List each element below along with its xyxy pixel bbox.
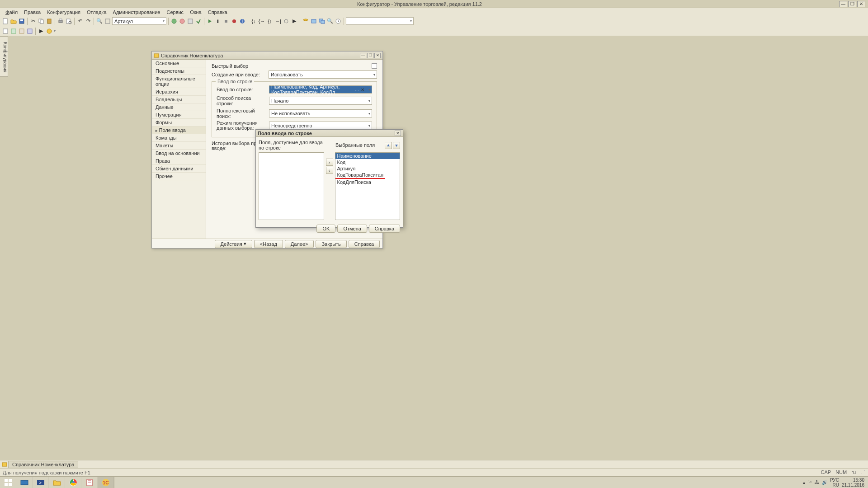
nav-subsystems[interactable]: Подсистемы [152,67,206,75]
redo-icon[interactable]: ↷ [85,18,92,25]
close-button[interactable]: ✕ [857,1,865,7]
list-item[interactable]: Артикул [335,165,400,172]
breakpoint-icon[interactable] [231,18,238,25]
close-dialog-button[interactable]: Закрыть [316,240,346,248]
dialog-minimize-button[interactable]: — [360,53,366,58]
catalog-dialog-titlebar[interactable]: Справочник Номенклатура — ❐ ✕ [152,52,382,60]
menu-admin[interactable]: Администрирование [110,9,163,15]
fulltext-combo[interactable]: Не использовать [269,109,372,117]
debug-stop-icon[interactable] [222,18,230,25]
nav-exchange[interactable]: Обмен данными [152,165,206,173]
minimize-button[interactable]: — [839,1,847,7]
tb-a-icon[interactable] [170,18,178,25]
new-icon[interactable] [2,18,9,25]
taskbar-explorer[interactable] [49,477,65,488]
tray-time[interactable]: 15:30 [842,478,864,483]
menu-service[interactable]: Сервис [164,9,186,15]
add-field-button[interactable]: › [326,159,333,166]
window2-icon[interactable] [318,18,326,25]
dialog-maximize-button[interactable]: ❐ [367,53,373,58]
search-mode-combo[interactable]: Начало [269,97,372,105]
nav-owners[interactable]: Владельцы [152,96,206,103]
menu-file[interactable]: Файл [3,9,20,15]
taskbar-powershell[interactable]: >_ [33,477,49,488]
db-icon[interactable] [302,18,309,25]
tb-d-icon[interactable] [195,18,202,25]
fields-help-button[interactable]: Справка [369,225,400,233]
nav-rights[interactable]: Права [152,157,206,165]
nav-templates[interactable]: Макеты [152,142,206,150]
tb2-a-icon[interactable] [2,28,9,35]
tray-network-icon[interactable]: 🖧 [815,480,819,485]
tb2-gear-icon[interactable] [46,28,53,35]
menu-help[interactable]: Справка [205,9,230,15]
step-out-icon[interactable]: {↑ [266,18,274,25]
actions-button[interactable]: Действия ▾ [215,240,252,248]
row-input-combo[interactable]: Наименование, Код, Артикул, КодТовараПок… [269,85,372,94]
cancel-button[interactable]: Отмена [337,225,367,233]
tb2-c-icon[interactable] [18,28,25,35]
tb2-d-icon[interactable] [26,28,33,35]
tray-date[interactable]: 21.11.2016 [842,483,864,488]
search-icon[interactable]: 🔍 [326,18,334,25]
menu-windows[interactable]: Окна [187,9,204,15]
undo-icon[interactable]: ↶ [76,18,84,25]
taskbar-notepad[interactable] [81,477,98,488]
list-item[interactable]: КодТовараПокситан [335,172,385,179]
taskbar-server-manager[interactable] [16,477,33,488]
start-button[interactable] [0,477,16,488]
nav-functional-options[interactable]: Функциональные опции [152,75,206,88]
nav-input-on-basis[interactable]: Ввод на основании [152,150,206,157]
move-down-button[interactable] [393,142,400,149]
move-up-button[interactable] [385,142,392,149]
clock-icon[interactable] [335,18,342,25]
tray-lang1[interactable]: РУС [830,478,839,483]
step-into-icon[interactable]: {↓ [250,18,257,25]
continue-icon[interactable]: ▶ [291,18,298,25]
sidebar-config-tab[interactable]: Конфигурация [0,36,8,77]
tray-flag-icon[interactable]: ⚐ [808,480,812,485]
help-button[interactable]: Справка [349,240,380,248]
tb-b-icon[interactable] [179,18,186,25]
copy-icon[interactable] [38,18,45,25]
fields-dialog-close-button[interactable]: ✕ [395,131,401,136]
goto-icon[interactable] [104,18,111,25]
cut-icon[interactable]: ✂ [29,18,37,25]
nav-commands[interactable]: Команды [152,134,206,142]
paste-icon[interactable] [46,18,53,25]
tray-sound-icon[interactable]: 🔊 [822,480,827,485]
find-icon[interactable]: 🔍 [96,18,103,25]
tb-c-icon[interactable] [187,18,194,25]
next-button[interactable]: Далее> [285,240,314,248]
list-item[interactable]: Наименование [335,153,400,159]
ok-button[interactable]: OK [316,225,335,233]
print-preview-icon[interactable] [65,18,72,25]
create-on-input-combo[interactable]: Использовать [269,70,377,79]
taskbar-chrome[interactable] [65,477,81,488]
menu-debug[interactable]: Отладка [84,9,109,15]
remove-field-button[interactable]: ‹ [326,167,333,174]
maximize-button[interactable]: ❐ [848,1,856,7]
clear-icon[interactable]: ✕ [361,87,364,92]
menu-edit[interactable]: Правка [21,9,43,15]
search-combo[interactable]: Артикул [112,17,166,25]
back-button[interactable]: <Назад [254,240,283,248]
nav-hierarchy[interactable]: Иерархия [152,88,206,96]
menu-config[interactable]: Конфигурация [44,9,83,15]
save-icon[interactable] [18,18,25,25]
nav-data[interactable]: Данные [152,103,206,111]
cursor-icon[interactable] [283,18,290,25]
open-tab-catalog[interactable]: Справочник Номенклатура [8,461,78,468]
debug-pause-icon[interactable]: ⏸ [214,18,222,25]
nav-forms[interactable]: Формы [152,119,206,127]
nav-main[interactable]: Основные [152,60,206,67]
selected-fields-listbox[interactable]: Наименование Код Артикул КодТовараПоксит… [335,152,401,220]
data-mode-combo[interactable]: Непосредственно [269,122,372,130]
list-item[interactable]: Код [335,159,400,165]
tray-lang2[interactable]: RU [830,483,839,488]
info-icon[interactable]: i [239,18,246,25]
tray-show-hidden-icon[interactable]: ▴ [803,480,805,485]
quick-select-checkbox[interactable] [372,63,377,69]
open-icon[interactable] [10,18,17,25]
window-icon[interactable] [310,18,317,25]
